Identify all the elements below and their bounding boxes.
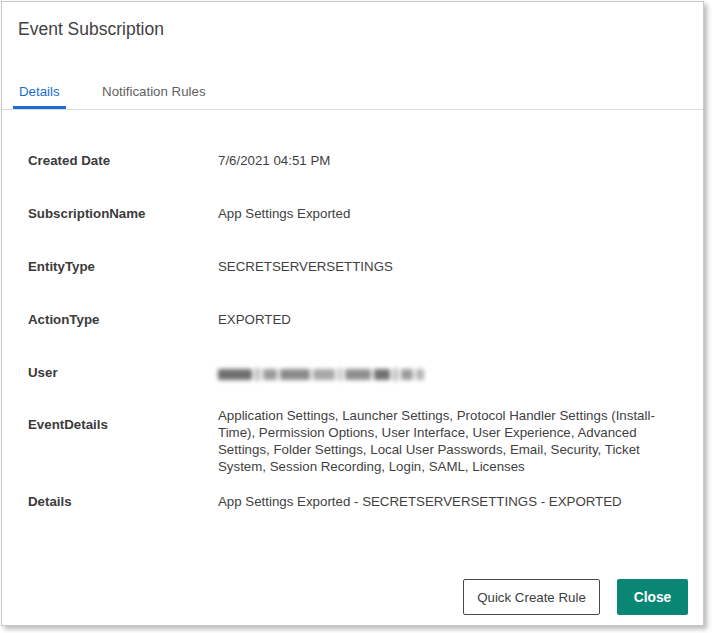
field-value: SECRETSERVERSETTINGS <box>218 259 687 275</box>
field-row-subscription-name: SubscriptionName App Settings Exported <box>28 206 687 222</box>
field-value: Application Settings, Launcher Settings,… <box>218 407 687 475</box>
dialog-footer: Quick Create Rule Close <box>463 579 688 615</box>
field-label: User <box>28 365 218 381</box>
field-value: EXPORTED <box>218 312 687 328</box>
field-row-created-date: Created Date 7/6/2021 04:51 PM <box>28 153 687 169</box>
field-row-action-type: ActionType EXPORTED <box>28 312 687 328</box>
field-label: Created Date <box>28 153 218 169</box>
field-row-details: Details App Settings Exported - SECRETSE… <box>28 494 687 510</box>
field-label: EntityType <box>28 259 218 275</box>
field-row-event-details: EventDetails Application Settings, Launc… <box>28 407 687 475</box>
tab-notification-rules[interactable]: Notification Rules <box>96 77 211 109</box>
details-panel: Created Date 7/6/2021 04:51 PM Subscript… <box>2 110 703 510</box>
field-label: EventDetails <box>28 407 218 433</box>
event-subscription-dialog: Event Subscription Details Notification … <box>1 1 704 626</box>
close-button[interactable]: Close <box>617 579 688 615</box>
field-label: Details <box>28 494 218 510</box>
dialog-title: Event Subscription <box>2 2 703 40</box>
field-row-user: User <box>28 365 687 381</box>
field-label: ActionType <box>28 312 218 328</box>
field-label: SubscriptionName <box>28 206 218 222</box>
field-value-redacted <box>218 365 687 381</box>
field-value: App Settings Exported - SECRETSERVERSETT… <box>218 494 687 510</box>
tab-details[interactable]: Details <box>13 77 66 109</box>
field-value: App Settings Exported <box>218 206 687 222</box>
redacted-user-value <box>218 367 687 381</box>
field-value: 7/6/2021 04:51 PM <box>218 153 687 169</box>
tab-bar: Details Notification Rules <box>2 77 703 110</box>
quick-create-rule-button[interactable]: Quick Create Rule <box>463 579 600 615</box>
field-row-entity-type: EntityType SECRETSERVERSETTINGS <box>28 259 687 275</box>
